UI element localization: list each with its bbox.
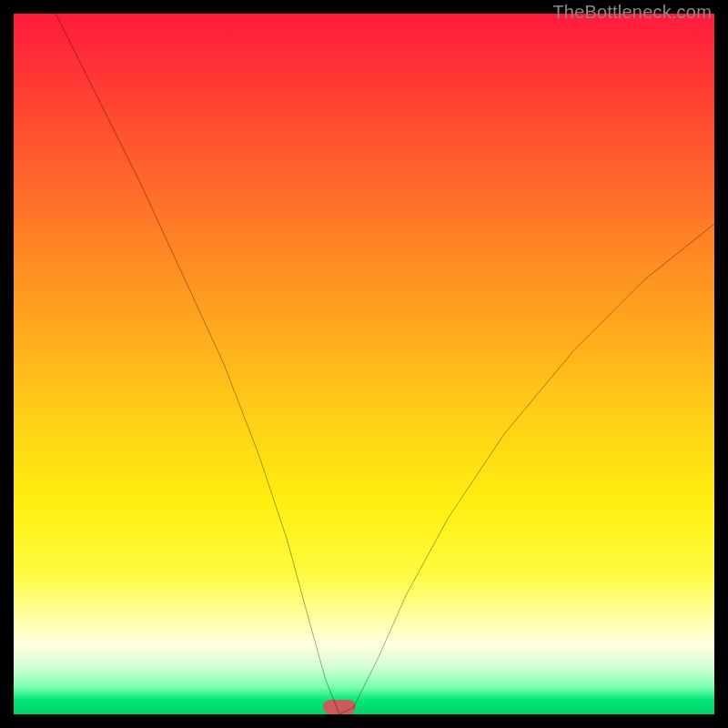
bottleneck-curve <box>14 14 714 714</box>
plot-area <box>14 14 714 714</box>
chart-frame: TheBottleneck.com <box>0 0 728 728</box>
curve-path <box>56 14 714 714</box>
